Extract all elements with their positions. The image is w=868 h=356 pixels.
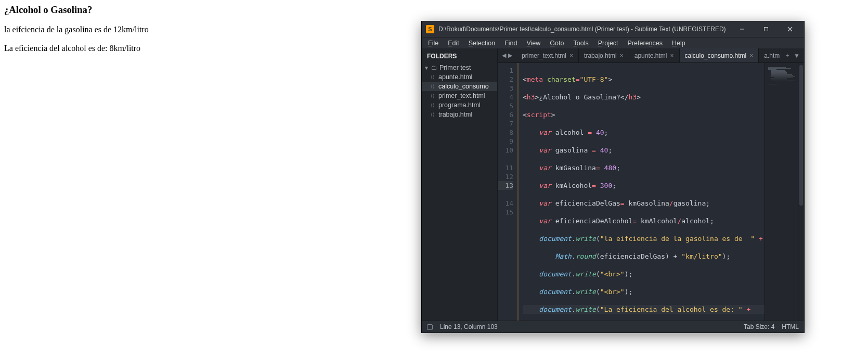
line-number bbox=[498, 155, 513, 163]
vertical-scrollbar[interactable] bbox=[798, 63, 804, 321]
window-title: D:\Rokud\Documents\Primer test\calculo_c… bbox=[438, 26, 726, 33]
page-heading: ¿Alcohol o Gasolina? bbox=[4, 4, 410, 16]
file-icon: ⟨⟩ bbox=[429, 112, 436, 117]
statusbar: Line 13, Column 103 Tab Size: 4 HTML bbox=[422, 321, 804, 333]
line-number: 11 bbox=[498, 163, 513, 172]
app-icon: S bbox=[426, 25, 434, 33]
line-number: 13 bbox=[498, 181, 513, 190]
code-editor[interactable]: <meta charset="UTF-8"> <h3>¿Alcohol o Ga… bbox=[519, 63, 765, 321]
menu-goto[interactable]: Goto bbox=[546, 39, 568, 48]
status-position[interactable]: Line 13, Column 103 bbox=[440, 323, 498, 330]
close-icon bbox=[787, 27, 793, 32]
line-number: 5 bbox=[498, 101, 513, 110]
file-label: calculo_consumo bbox=[438, 83, 489, 90]
tab-close-icon[interactable]: × bbox=[620, 52, 624, 59]
sidebar-header: FOLDERS bbox=[422, 48, 497, 63]
folder-tree: ▼ 🗀 Primer test ⟨⟩apunte.html ⟨⟩calculo_… bbox=[422, 63, 497, 119]
tab[interactable]: calculo_consumo.html× bbox=[680, 48, 759, 62]
status-language[interactable]: HTML bbox=[782, 323, 799, 330]
line-number: 4 bbox=[498, 93, 513, 101]
tab-label: apunte.html bbox=[634, 52, 667, 59]
tab[interactable]: apunte.html× bbox=[629, 48, 680, 62]
line-number: 7 bbox=[498, 119, 513, 128]
tab-label: calculo_consumo.html bbox=[685, 52, 747, 59]
status-tabsize[interactable]: Tab Size: 4 bbox=[744, 323, 774, 330]
tab-close-icon[interactable]: × bbox=[749, 52, 753, 59]
minimize-icon bbox=[740, 27, 745, 32]
folder-icon: 🗀 bbox=[431, 64, 437, 71]
line-number bbox=[498, 190, 513, 199]
rendered-page: ¿Alcohol o Gasolina? la eifciencia de la… bbox=[4, 4, 410, 62]
file-label: apunte.html bbox=[438, 73, 472, 81]
file-icon: ⟨⟩ bbox=[429, 93, 436, 98]
line-number: 10 bbox=[498, 146, 513, 155]
file-row[interactable]: ⟨⟩calculo_consumo bbox=[422, 82, 497, 91]
file-row[interactable]: ⟨⟩programa.html bbox=[422, 100, 497, 110]
line-number: 1 bbox=[498, 66, 513, 75]
menu-view[interactable]: View bbox=[522, 39, 545, 48]
tabbar: ◀ ▶ primer_text.html× trabajo.html× apun… bbox=[498, 48, 804, 63]
tab-next-icon[interactable]: ▶ bbox=[508, 52, 512, 59]
line-number: 14 bbox=[498, 199, 513, 208]
menu-find[interactable]: Find bbox=[500, 39, 521, 48]
file-label: programa.html bbox=[438, 101, 481, 109]
menu-help[interactable]: Help bbox=[668, 39, 690, 48]
tab[interactable]: a.html bbox=[759, 48, 780, 62]
page-line-1: la eifciencia de la gasolina es de 12km/… bbox=[4, 25, 410, 34]
minimap[interactable] bbox=[765, 63, 798, 321]
menu-project[interactable]: Project bbox=[594, 39, 623, 48]
tab-add-icon[interactable]: ＋ bbox=[784, 51, 791, 60]
file-label: trabajo.html bbox=[438, 111, 472, 118]
gutter: 1 2 3 4 5 6 7 8 9 10 11 12 13 14 15 bbox=[498, 63, 519, 321]
status-panel-icon[interactable] bbox=[427, 324, 433, 330]
tab-label: primer_text.html bbox=[522, 52, 566, 59]
minimize-button[interactable] bbox=[730, 21, 754, 37]
tab-close-icon[interactable]: × bbox=[670, 52, 673, 59]
tab-label: trabajo.html bbox=[584, 52, 617, 59]
maximize-icon bbox=[763, 27, 769, 32]
menu-file[interactable]: File bbox=[424, 39, 443, 48]
line-number: 15 bbox=[498, 208, 513, 217]
menubar: File Edit Selection Find View Goto Tools… bbox=[422, 37, 804, 48]
file-row[interactable]: ⟨⟩apunte.html bbox=[422, 72, 497, 82]
line-number: 3 bbox=[498, 84, 513, 93]
line-number: 2 bbox=[498, 75, 513, 84]
file-label: primer_text.html bbox=[438, 92, 485, 99]
file-row[interactable]: ⟨⟩trabajo.html bbox=[422, 110, 497, 119]
menu-tools[interactable]: Tools bbox=[569, 39, 592, 48]
file-icon: ⟨⟩ bbox=[429, 84, 436, 89]
line-number: 8 bbox=[498, 128, 513, 137]
folder-caret-icon: ▼ bbox=[424, 65, 429, 71]
line-number: 9 bbox=[498, 137, 513, 146]
folder-label: Primer test bbox=[439, 64, 471, 71]
tab-close-icon[interactable]: × bbox=[569, 52, 573, 59]
tab-prev-icon[interactable]: ◀ bbox=[502, 52, 506, 59]
scrollbar-thumb[interactable] bbox=[799, 65, 803, 206]
menu-selection[interactable]: Selection bbox=[464, 39, 499, 48]
line-number: 12 bbox=[498, 172, 513, 181]
maximize-button[interactable] bbox=[754, 21, 778, 37]
file-icon: ⟨⟩ bbox=[429, 74, 436, 80]
folder-row[interactable]: ▼ 🗀 Primer test bbox=[422, 63, 497, 72]
tab[interactable]: trabajo.html× bbox=[579, 48, 629, 62]
menu-preferences[interactable]: Preferences bbox=[624, 39, 667, 48]
tab-menu-icon[interactable]: ▼ bbox=[794, 52, 800, 59]
close-button[interactable] bbox=[778, 21, 802, 37]
titlebar[interactable]: S D:\Rokud\Documents\Primer test\calculo… bbox=[422, 21, 804, 37]
sidebar: FOLDERS ▼ 🗀 Primer test ⟨⟩apunte.html ⟨⟩… bbox=[422, 48, 498, 321]
tab[interactable]: primer_text.html× bbox=[516, 48, 579, 62]
file-row[interactable]: ⟨⟩primer_text.html bbox=[422, 91, 497, 100]
svg-rect-1 bbox=[765, 28, 768, 31]
tab-label: a.html bbox=[764, 52, 780, 59]
editor-window: S D:\Rokud\Documents\Primer test\calculo… bbox=[421, 21, 805, 333]
line-number: 6 bbox=[498, 110, 513, 119]
file-icon: ⟨⟩ bbox=[429, 103, 436, 108]
menu-edit[interactable]: Edit bbox=[444, 39, 463, 48]
page-line-2: La eficiencia del alcohol es de: 8km/lit… bbox=[4, 44, 410, 53]
